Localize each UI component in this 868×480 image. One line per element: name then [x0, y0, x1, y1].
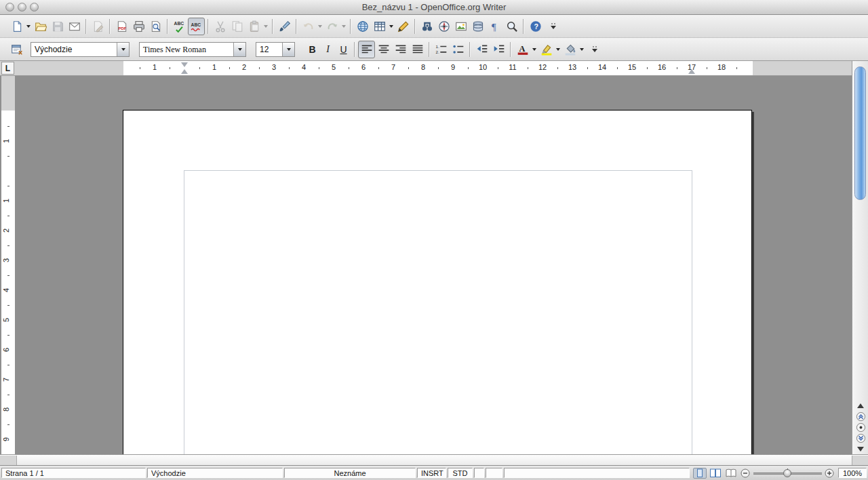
status-signature-cell[interactable]	[504, 468, 690, 478]
undo-dropdown-arrow[interactable]	[317, 18, 323, 35]
zoom-slider-thumb[interactable]	[783, 469, 791, 477]
paragraph-style-value[interactable]: Východzie	[31, 43, 117, 56]
zoom-button[interactable]	[503, 18, 520, 35]
numbered-list-button[interactable]: 1.2.	[433, 41, 450, 58]
toolbar-options-button[interactable]	[589, 46, 600, 52]
align-right-button[interactable]	[392, 41, 409, 58]
data-sources-button[interactable]	[469, 18, 486, 35]
navigator-button[interactable]	[435, 18, 452, 35]
bold-button[interactable]: B	[304, 41, 320, 58]
gallery-button[interactable]	[452, 18, 469, 35]
scroll-up-button[interactable]	[853, 400, 868, 411]
tab-stop-selector[interactable]: L	[1, 62, 14, 75]
styles-and-formatting-button[interactable]	[8, 41, 25, 58]
book-view-button[interactable]	[724, 468, 738, 479]
redo-button[interactable]	[323, 18, 340, 35]
vertical-ruler[interactable]: 1123456789	[1, 76, 15, 454]
font-name-dropdown-button[interactable]	[233, 43, 245, 56]
background-color-button[interactable]	[561, 41, 578, 58]
undo-arrow-icon	[302, 20, 315, 33]
zoom-out-button[interactable]	[741, 468, 750, 478]
bullet-list-button[interactable]	[450, 41, 467, 58]
status-zoom-value[interactable]: 100%	[838, 468, 867, 478]
spellcheck-button[interactable]: ABC	[171, 18, 188, 35]
align-left-button[interactable]	[358, 41, 375, 58]
document-as-email-button[interactable]	[66, 18, 83, 35]
zoom-in-button[interactable]	[825, 468, 834, 478]
status-hyperlink-cell[interactable]	[474, 468, 484, 478]
justify-button[interactable]	[409, 41, 426, 58]
highlighting-dropdown-arrow[interactable]	[555, 41, 561, 58]
underline-button[interactable]: U	[336, 41, 351, 58]
font-name-value[interactable]: Times New Roman	[140, 43, 233, 56]
align-center-button[interactable]	[375, 41, 392, 58]
status-page-style[interactable]: Východzie	[147, 468, 283, 478]
ruler-number: 5	[2, 318, 10, 322]
toolbar-separator	[296, 19, 297, 34]
status-modified-cell[interactable]	[486, 468, 502, 478]
nonprinting-characters-button[interactable]: ¶	[486, 18, 503, 35]
toolbar-options-button[interactable]	[548, 23, 559, 29]
scrollbar-corner	[0, 456, 17, 466]
first-line-indent-marker[interactable]	[181, 62, 188, 67]
redo-dropdown-arrow[interactable]	[340, 18, 347, 35]
new-document-dropdown-arrow[interactable]	[25, 18, 32, 35]
styles-window-icon	[11, 43, 23, 56]
ruler-number: 3	[2, 258, 10, 262]
font-size-value[interactable]: 12	[256, 43, 282, 56]
increase-indent-button[interactable]	[490, 41, 507, 58]
paste-dropdown-arrow[interactable]	[262, 18, 269, 35]
font-color-button[interactable]: A	[514, 41, 531, 58]
window-title: Bez_názvu 1 - OpenOffice.org Writer	[0, 2, 868, 12]
status-language[interactable]: Neznáme	[284, 468, 416, 478]
status-selection-mode[interactable]: STD	[448, 468, 473, 478]
highlighting-button[interactable]	[538, 41, 555, 58]
document-area[interactable]	[16, 76, 852, 454]
text-boundary[interactable]	[184, 170, 692, 454]
left-indent-marker[interactable]	[181, 69, 188, 74]
page-preview-button[interactable]	[147, 18, 164, 35]
print-button[interactable]	[130, 18, 147, 35]
scroll-down-button[interactable]	[853, 443, 868, 454]
edit-pencil-icon	[92, 20, 104, 33]
chevron-down-icon	[551, 26, 556, 29]
svg-text:?: ?	[534, 22, 538, 31]
cut-button[interactable]	[212, 18, 229, 35]
single-page-view-button[interactable]	[693, 468, 707, 479]
new-document-button[interactable]	[8, 18, 25, 35]
help-button[interactable]: ?	[527, 18, 544, 35]
scrollbar-thumb[interactable]	[854, 66, 866, 200]
format-paintbrush-button[interactable]	[276, 18, 293, 35]
find-replace-button[interactable]	[418, 18, 435, 35]
paste-button[interactable]	[245, 18, 262, 35]
status-insert-mode[interactable]: INSRT	[417, 468, 446, 478]
decrease-indent-button[interactable]	[473, 41, 490, 58]
export-pdf-button[interactable]: PDF	[113, 18, 130, 35]
next-page-button[interactable]	[853, 433, 868, 443]
save-button[interactable]	[49, 18, 66, 35]
table-dropdown-arrow[interactable]	[388, 18, 395, 35]
undo-button[interactable]	[300, 18, 317, 35]
paragraph-style-dropdown-button[interactable]	[117, 43, 129, 56]
edit-file-button[interactable]	[90, 18, 106, 35]
font-size-dropdown-button[interactable]	[282, 43, 294, 56]
multiple-pages-view-button[interactable]	[709, 468, 722, 479]
copy-button[interactable]	[229, 18, 245, 35]
horizontal-scrollbar[interactable]	[0, 454, 868, 465]
hyperlink-button[interactable]	[354, 18, 371, 35]
font-color-dropdown-arrow[interactable]	[531, 41, 538, 58]
auto-spellcheck-button[interactable]: ABC	[188, 18, 205, 35]
page[interactable]	[123, 110, 752, 454]
horizontal-ruler[interactable]: 1123456789101112131415161718 L	[0, 61, 868, 76]
previous-page-button[interactable]	[853, 411, 868, 422]
vertical-scrollbar[interactable]	[852, 61, 868, 454]
navigation-button[interactable]	[853, 422, 868, 433]
background-color-dropdown-arrow[interactable]	[578, 41, 585, 58]
right-indent-marker[interactable]	[688, 69, 695, 74]
status-page-number[interactable]: Strana 1 / 1	[1, 468, 146, 478]
italic-button[interactable]: I	[320, 41, 336, 58]
show-draw-functions-button[interactable]	[395, 18, 412, 35]
table-icon	[374, 20, 386, 33]
open-button[interactable]	[32, 18, 49, 35]
insert-table-button[interactable]	[371, 18, 388, 35]
